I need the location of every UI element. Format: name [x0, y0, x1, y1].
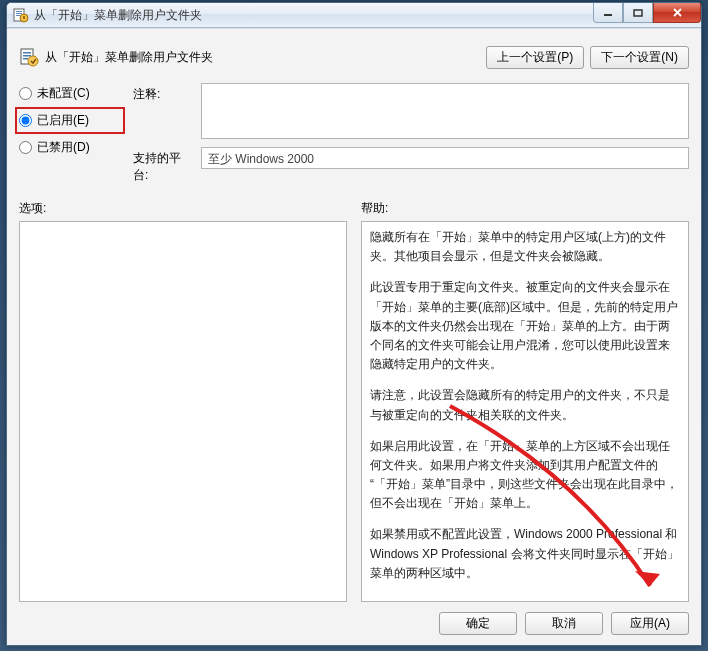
svg-point-12: [28, 56, 38, 66]
help-panel[interactable]: 隐藏所有在「开始」菜单中的特定用户区域(上方)的文件夹。其他项目会显示，但是文件…: [361, 221, 689, 602]
lower-panels: 选项: 帮助: 隐藏所有在「开始」菜单中的特定用户区域(上方)的文件夹。其他项目…: [19, 200, 689, 602]
radio-not-configured-input[interactable]: [19, 87, 32, 100]
options-panel[interactable]: [19, 221, 347, 602]
svg-rect-3: [16, 15, 20, 16]
apply-button[interactable]: 应用(A): [611, 612, 689, 635]
close-button[interactable]: [653, 3, 701, 23]
svg-rect-7: [634, 10, 642, 16]
header-row: 从「开始」菜单删除用户文件夹 上一个设置(P) 下一个设置(N): [19, 37, 689, 77]
radio-disabled-input[interactable]: [19, 141, 32, 154]
radio-not-configured[interactable]: 未配置(C): [19, 85, 119, 102]
cancel-button[interactable]: 取消: [525, 612, 603, 635]
enabled-highlight-annotation: 已启用(E): [15, 107, 125, 134]
dialog-footer: 确定 取消 应用(A): [19, 602, 689, 635]
previous-setting-button[interactable]: 上一个设置(P): [486, 46, 584, 69]
titlebar[interactable]: 从「开始」菜单删除用户文件夹: [7, 3, 701, 28]
config-area: 未配置(C) 已启用(E) 已禁用(D) 注释:: [19, 83, 689, 184]
window-controls: [593, 3, 701, 23]
radio-disabled[interactable]: 已禁用(D): [19, 139, 119, 156]
radio-disabled-label: 已禁用(D): [37, 139, 90, 156]
comment-label: 注释:: [133, 83, 193, 103]
help-paragraph: 请注意，此设置会隐藏所有的特定用户的文件夹，不只是与被重定向的文件夹相关联的文件…: [370, 386, 680, 424]
titlebar-title: 从「开始」菜单删除用户文件夹: [34, 7, 202, 24]
svg-rect-5: [23, 16, 25, 19]
help-paragraph: 如果启用此设置，在「开始」菜单的上方区域不会出现任何文件夹。如果用户将文件夹添加…: [370, 437, 680, 514]
options-caption: 选项:: [19, 200, 347, 217]
policy-icon: [13, 7, 29, 23]
svg-rect-9: [23, 52, 31, 54]
help-paragraph: 隐藏所有在「开始」菜单中的特定用户区域(上方)的文件夹。其他项目会显示，但是文件…: [370, 228, 680, 266]
dialog-content: 从「开始」菜单删除用户文件夹 上一个设置(P) 下一个设置(N) 未配置(C) …: [7, 28, 701, 645]
ok-button[interactable]: 确定: [439, 612, 517, 635]
maximize-button[interactable]: [623, 3, 653, 23]
supported-platform-field: 至少 Windows 2000: [201, 147, 689, 169]
comment-textarea[interactable]: [201, 83, 689, 139]
svg-rect-11: [23, 58, 28, 60]
platform-label: 支持的平台:: [133, 147, 193, 184]
radio-enabled-input[interactable]: [19, 114, 32, 127]
radio-not-configured-label: 未配置(C): [37, 85, 90, 102]
header-title: 从「开始」菜单删除用户文件夹: [45, 49, 213, 66]
radio-enabled-label: 已启用(E): [37, 112, 89, 129]
svg-rect-2: [16, 13, 22, 14]
help-caption: 帮助:: [361, 200, 689, 217]
state-radio-group: 未配置(C) 已启用(E) 已禁用(D): [19, 83, 119, 184]
svg-rect-10: [23, 55, 31, 57]
help-paragraph: 此设置专用于重定向文件夹。被重定向的文件夹会显示在「开始」菜单的主要(底部)区域…: [370, 278, 680, 374]
policy-dialog-window: 从「开始」菜单删除用户文件夹: [6, 2, 702, 646]
next-setting-button[interactable]: 下一个设置(N): [590, 46, 689, 69]
radio-enabled[interactable]: 已启用(E): [19, 112, 119, 129]
policy-header-icon: [19, 47, 39, 67]
minimize-button[interactable]: [593, 3, 623, 23]
svg-rect-6: [604, 14, 612, 16]
help-paragraph: 如果禁用或不配置此设置，Windows 2000 Professional 和 …: [370, 525, 680, 583]
svg-rect-1: [16, 11, 22, 12]
